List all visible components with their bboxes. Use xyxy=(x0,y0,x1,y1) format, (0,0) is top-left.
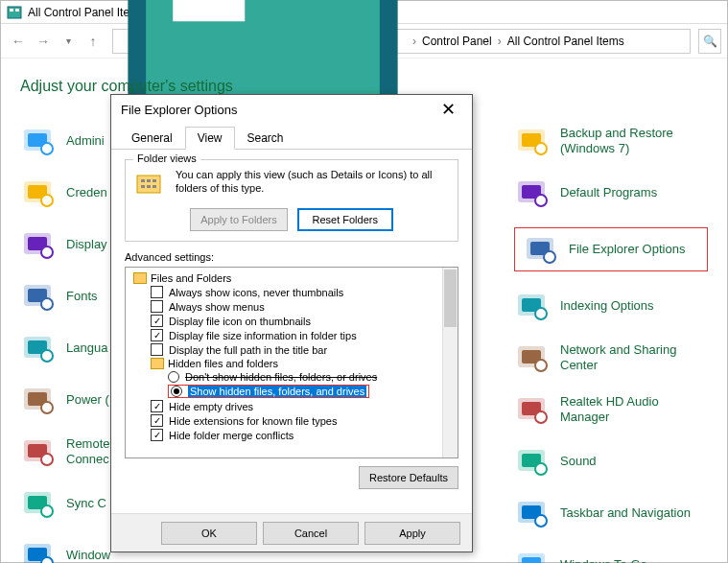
apply-to-folders-button[interactable]: Apply to Folders xyxy=(190,208,287,231)
cpl-item[interactable]: Display xyxy=(20,227,111,262)
cpl-icon xyxy=(514,548,549,563)
svg-point-7 xyxy=(41,143,53,154)
tree-item[interactable]: Show hidden files, folders, and drives xyxy=(128,384,456,399)
tab-search[interactable]: Search xyxy=(235,127,296,150)
cpl-item[interactable]: Sync C xyxy=(20,486,111,521)
svg-rect-2 xyxy=(15,9,19,12)
cpl-item[interactable]: Window xyxy=(20,538,111,563)
tab-view[interactable]: View xyxy=(185,127,235,150)
tree-label: Display file icon on thumbnails xyxy=(169,316,311,327)
checkbox[interactable]: ✓ xyxy=(151,414,163,427)
tree-item[interactable]: Always show menus xyxy=(128,299,456,314)
file-explorer-options-dialog: File Explorer Options ✕ GeneralViewSearc… xyxy=(110,94,473,552)
svg-rect-1 xyxy=(10,9,13,12)
dialog-tabs: GeneralViewSearch xyxy=(111,126,472,150)
svg-point-31 xyxy=(41,557,53,563)
svg-point-46 xyxy=(535,360,547,371)
tree-item[interactable]: ✓Display file size information in folder… xyxy=(128,328,456,342)
control-panel-icon xyxy=(7,5,22,20)
cpl-label: Sound xyxy=(560,454,597,469)
svg-rect-62 xyxy=(153,179,156,182)
tree-item[interactable]: Hidden files and folders xyxy=(128,357,456,370)
chevron-right-icon: › xyxy=(498,35,502,48)
address-bar[interactable]: › Control Panel › All Control Panel Item… xyxy=(112,29,691,54)
svg-point-10 xyxy=(41,195,53,206)
recent-dropdown[interactable]: ▾ xyxy=(57,30,80,53)
svg-point-43 xyxy=(535,308,547,319)
tab-general[interactable]: General xyxy=(119,127,185,150)
navbar: ← → ▾ ↑ › Control Panel › All Control Pa… xyxy=(1,24,727,59)
cpl-icon xyxy=(514,496,549,530)
cpl-item[interactable]: Power ( xyxy=(20,383,111,417)
tree-item[interactable]: Display the full path in the title bar xyxy=(128,342,456,357)
cpl-item[interactable]: RemoteConnec xyxy=(20,434,111,469)
tree-item[interactable]: ✓Hide empty drives xyxy=(128,399,456,413)
cancel-button[interactable]: Cancel xyxy=(263,522,359,545)
back-button[interactable]: ← xyxy=(7,30,30,53)
cpl-item[interactable]: Admini xyxy=(20,124,111,158)
cpl-label: Langua xyxy=(66,340,107,356)
scrollbar-thumb[interactable] xyxy=(444,270,457,327)
cpl-label: Indexing Options xyxy=(560,298,654,314)
cpl-item[interactable]: Indexing Options xyxy=(514,289,708,323)
cpl-item[interactable]: Creden xyxy=(20,176,111,210)
cpl-item[interactable]: Backup and Restore (Windows 7) xyxy=(514,124,708,158)
cpl-item[interactable]: Taskbar and Navigation xyxy=(514,496,708,530)
tree-item[interactable]: Don't show hidden files, folders, or dri… xyxy=(128,370,456,384)
tree-label: Hide empty drives xyxy=(169,401,253,412)
scrollbar[interactable] xyxy=(442,268,458,457)
advanced-settings-tree[interactable]: Files and FoldersAlways show icons, neve… xyxy=(125,267,458,458)
folder-views-legend: Folder views xyxy=(133,152,200,164)
cpl-item[interactable]: Langua xyxy=(20,331,111,365)
search-button[interactable]: 🔍 xyxy=(698,29,721,54)
cpl-item[interactable]: Fonts xyxy=(20,279,111,314)
breadcrumb-root[interactable]: Control Panel xyxy=(422,35,492,48)
checkbox[interactable] xyxy=(151,343,163,356)
svg-rect-60 xyxy=(141,179,145,182)
cpl-icon xyxy=(20,331,55,365)
tree-item[interactable]: Always show icons, never thumbnails xyxy=(128,285,456,299)
svg-point-22 xyxy=(41,402,53,413)
checkbox[interactable]: ✓ xyxy=(151,429,163,441)
radio[interactable] xyxy=(168,371,179,383)
breadcrumb-child[interactable]: All Control Panel Items xyxy=(507,35,624,48)
svg-rect-65 xyxy=(153,185,156,188)
checkbox[interactable] xyxy=(151,286,163,298)
cpl-item[interactable]: File Explorer Options xyxy=(514,227,708,271)
cpl-label: Default Programs xyxy=(560,185,657,200)
tree-folder[interactable]: Files and Folders xyxy=(128,271,456,285)
tree-item[interactable]: ✓Display file icon on thumbnails xyxy=(128,314,456,328)
up-button[interactable]: ↑ xyxy=(82,30,105,53)
cpl-item[interactable]: Sound xyxy=(514,444,708,479)
svg-point-37 xyxy=(535,195,547,206)
folder-views-icon xyxy=(135,168,166,199)
reset-folders-button[interactable]: Reset Folders xyxy=(297,208,393,231)
checkbox[interactable]: ✓ xyxy=(151,315,163,327)
tree-item[interactable]: ✓Hide folder merge conflicts xyxy=(128,428,456,442)
close-icon[interactable]: ✕ xyxy=(434,99,462,120)
tree-item[interactable]: ✓Hide extensions for known file types xyxy=(128,413,456,428)
apply-button[interactable]: Apply xyxy=(364,522,460,545)
svg-point-52 xyxy=(535,463,547,475)
svg-point-16 xyxy=(41,298,53,310)
forward-button[interactable]: → xyxy=(32,30,55,53)
cpl-item[interactable]: Realtek HD Audio Manager xyxy=(514,392,708,427)
cpl-icon xyxy=(514,176,549,210)
restore-defaults-button[interactable]: Restore Defaults xyxy=(359,466,458,489)
cpl-item[interactable]: Default Programs xyxy=(514,176,708,210)
checkbox[interactable] xyxy=(151,300,163,313)
ok-button[interactable]: OK xyxy=(161,522,257,545)
cpl-item[interactable]: Network and Sharing Center xyxy=(514,340,708,375)
cpl-label: Display xyxy=(66,237,107,252)
cpl-icon xyxy=(523,232,557,267)
cpl-label: RemoteConnec xyxy=(66,434,110,466)
svg-rect-57 xyxy=(522,557,541,563)
cpl-icon xyxy=(20,383,55,417)
radio[interactable] xyxy=(171,386,182,397)
cpl-icon xyxy=(514,392,549,427)
cpl-item[interactable]: Windows To Go xyxy=(514,548,708,563)
checkbox[interactable]: ✓ xyxy=(151,329,163,341)
cpl-icon xyxy=(20,486,55,521)
checkbox[interactable]: ✓ xyxy=(151,400,163,412)
advanced-settings-label: Advanced settings: xyxy=(125,251,458,263)
